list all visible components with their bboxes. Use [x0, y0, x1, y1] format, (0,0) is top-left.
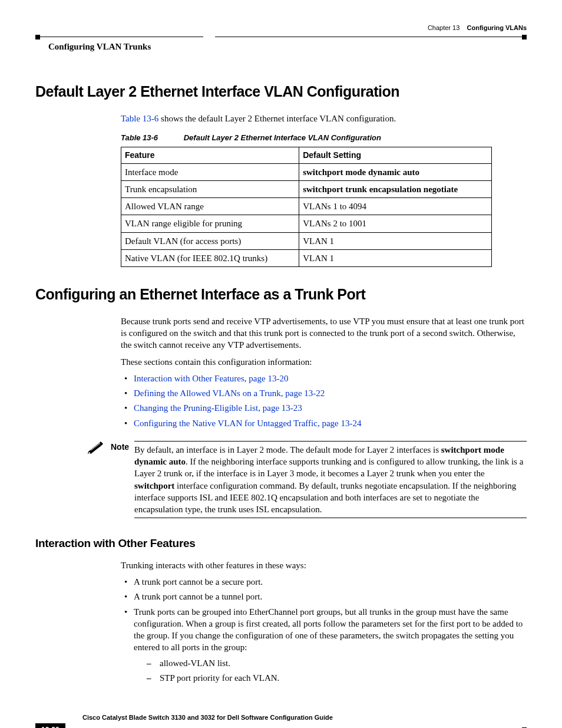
col-default: Default Setting	[299, 147, 492, 163]
table-row: Default VLAN (for access ports) VLAN 1	[121, 232, 492, 249]
cell-default: VLAN 1	[299, 249, 492, 266]
cell-feature: VLAN range eligible for pruning	[121, 215, 299, 232]
table-row: VLAN range eligible for pruning VLANs 2 …	[121, 215, 492, 232]
heading-interaction: Interaction with Other Features	[35, 536, 527, 551]
list-item: Defining the Allowed VLANs on a Trunk, p…	[121, 387, 527, 399]
list-item: Configuring the Native VLAN for Untagged…	[121, 417, 527, 429]
pencil-icon	[87, 441, 105, 454]
cell-default: VLANs 2 to 1001	[299, 215, 492, 232]
header-chapter: Chapter 13 Configuring VLANs	[428, 24, 527, 32]
cell-feature: Interface mode	[121, 163, 299, 180]
table-row: Native VLAN (for IEEE 802.1Q trunks) VLA…	[121, 249, 492, 266]
cell-default: switchport mode dynamic auto	[299, 163, 492, 180]
intro-paragraph: Table 13-6 shows the default Layer 2 Eth…	[121, 113, 527, 124]
xref-link[interactable]: Configuring the Native VLAN for Untagged…	[134, 419, 361, 428]
page-header: Chapter 13 Configuring VLANs Configuring…	[35, 24, 527, 52]
header-chapter-title: Configuring VLANs	[467, 24, 527, 31]
header-section-path: Configuring VLAN Trunks	[48, 41, 203, 52]
table-number: Table 13-6	[121, 133, 158, 142]
cell-default: VLANs 1 to 4094	[299, 198, 492, 215]
table-title: Default Layer 2 Ethernet Interface VLAN …	[184, 133, 381, 142]
list-item: Trunk ports can be grouped into EtherCha…	[121, 606, 527, 684]
cell-default: VLAN 1	[299, 232, 492, 249]
list-item: A trunk port cannot be a secure port.	[121, 576, 527, 588]
xref-link[interactable]: Defining the Allowed VLANs on a Trunk, p…	[134, 388, 325, 398]
heading-configuring-trunk: Configuring an Ethernet Interface as a T…	[35, 285, 527, 305]
trunk-intro-p1: Because trunk ports send and receive VTP…	[121, 315, 527, 351]
interaction-intro: Trunking interacts with other features i…	[121, 559, 527, 571]
header-marker-right	[522, 35, 527, 39]
note-label: Note	[111, 441, 134, 519]
page-footer: Cisco Catalyst Blade Switch 3130 and 303…	[35, 713, 527, 728]
list-item-text: Trunk ports can be grouped into EtherCha…	[134, 607, 523, 653]
table-header-row: Feature Default Setting	[121, 147, 492, 163]
cell-feature: Native VLAN (for IEEE 802.1Q trunks)	[121, 249, 299, 266]
list-item: Interaction with Other Features, page 13…	[121, 373, 527, 384]
list-item: A trunk port cannot be a tunnel port.	[121, 591, 527, 602]
page-number-badge: 13-20	[35, 723, 65, 728]
note-block: Note By default, an interface is in Laye…	[35, 441, 527, 519]
sub-list: allowed-VLAN list. STP port priority for…	[134, 657, 527, 684]
cell-default: switchport trunk encapsulation negotiate	[299, 180, 492, 197]
xref-link[interactable]: Interaction with Other Features, page 13…	[134, 374, 288, 383]
intro-text: shows the default Layer 2 Ethernet inter…	[158, 114, 396, 123]
table-row: Allowed VLAN range VLANs 1 to 4094	[121, 198, 492, 215]
default-config-table: Feature Default Setting Interface mode s…	[121, 147, 492, 267]
header-chapter-label: Chapter 13	[428, 24, 459, 31]
section-links-list: Interaction with Other Features, page 13…	[121, 373, 527, 429]
table-row: Interface mode switchport mode dynamic a…	[121, 163, 492, 180]
interaction-list: A trunk port cannot be a secure port. A …	[121, 576, 527, 684]
table-ref-link[interactable]: Table 13-6	[121, 114, 158, 123]
header-marker-left	[35, 35, 40, 39]
cell-feature: Trunk encapsulation	[121, 180, 299, 197]
cell-feature: Default VLAN (for access ports)	[121, 232, 299, 249]
heading-default-layer2: Default Layer 2 Ethernet Interface VLAN …	[35, 82, 527, 102]
table-caption: Table 13-6 Default Layer 2 Ethernet Inte…	[121, 133, 527, 143]
table-row: Trunk encapsulation switchport trunk enc…	[121, 180, 492, 197]
list-item: Changing the Pruning-Eligible List, page…	[121, 402, 527, 414]
col-feature: Feature	[121, 147, 299, 163]
xref-link[interactable]: Changing the Pruning-Eligible List, page…	[134, 403, 302, 413]
sub-list-item: allowed-VLAN list.	[147, 657, 527, 669]
trunk-intro-p2: These sections contain this configuratio…	[121, 356, 527, 368]
cell-feature: Allowed VLAN range	[121, 198, 299, 215]
sub-list-item: STP port priority for each VLAN.	[147, 672, 527, 684]
footer-doc-title: Cisco Catalyst Blade Switch 3130 and 303…	[82, 713, 527, 722]
note-body: By default, an interface is in Layer 2 m…	[134, 441, 527, 519]
